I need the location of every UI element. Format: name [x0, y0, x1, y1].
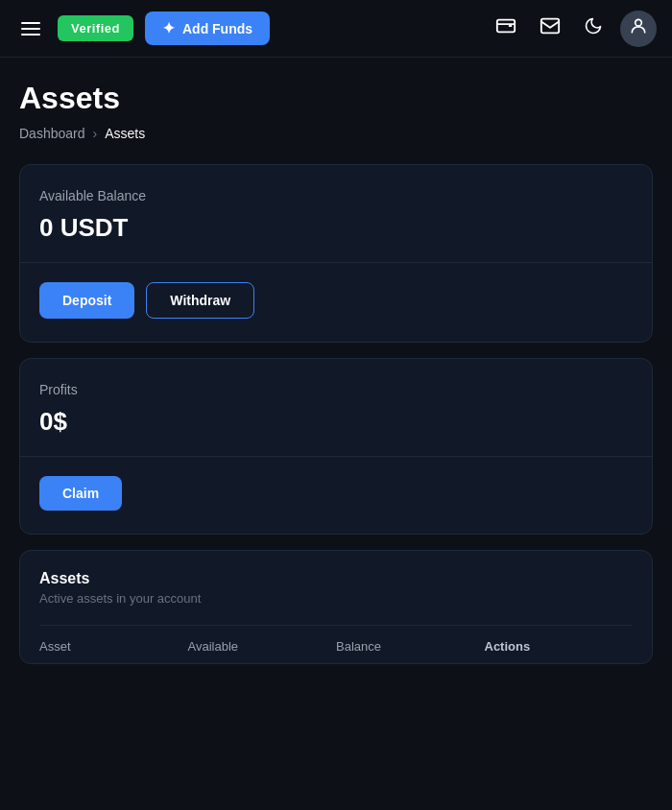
- column-asset: Asset: [39, 639, 188, 654]
- profits-value: 0$: [39, 407, 633, 437]
- balance-label: Available Balance: [39, 188, 633, 203]
- assets-table-subtitle: Active assets in your account: [39, 591, 633, 606]
- assets-table-card: Assets Active assets in your account Ass…: [19, 550, 653, 664]
- add-funds-icon: ✦: [162, 19, 175, 37]
- main-content: Assets Dashboard › Assets Available Bala…: [0, 58, 672, 703]
- page-title: Assets: [19, 81, 653, 116]
- column-available: Available: [188, 639, 337, 654]
- deposit-button[interactable]: Deposit: [39, 282, 134, 319]
- balance-value: 0 USDT: [39, 213, 633, 243]
- moon-icon: [584, 16, 603, 40]
- hamburger-icon: [21, 22, 40, 36]
- mail-icon: [540, 15, 561, 41]
- verified-badge: Verified: [58, 15, 133, 41]
- column-balance: Balance: [336, 639, 485, 654]
- profits-card: Profits 0$ Claim: [19, 358, 653, 535]
- balance-actions: Deposit Withdraw: [39, 282, 633, 319]
- wallet-icon: [495, 15, 516, 41]
- svg-rect-1: [541, 19, 559, 34]
- table-header: Asset Available Balance Actions: [39, 625, 633, 663]
- claim-button[interactable]: Claim: [39, 476, 122, 511]
- balance-divider: [20, 262, 652, 263]
- theme-toggle-button[interactable]: [578, 11, 609, 46]
- menu-button[interactable]: [15, 16, 46, 41]
- balance-card: Available Balance 0 USDT Deposit Withdra…: [19, 164, 653, 343]
- add-funds-button[interactable]: ✦ Add Funds: [145, 12, 270, 45]
- user-avatar-button[interactable]: [620, 11, 657, 47]
- svg-rect-0: [497, 20, 515, 33]
- breadcrumb-separator: ›: [93, 126, 98, 141]
- add-funds-label: Add Funds: [182, 21, 252, 36]
- wallet-button[interactable]: [490, 10, 522, 47]
- profits-divider: [20, 456, 652, 457]
- svg-point-2: [636, 19, 642, 26]
- profits-label: Profits: [39, 382, 633, 397]
- profits-actions: Claim: [39, 476, 633, 511]
- header: Verified ✦ Add Funds: [0, 0, 672, 58]
- assets-table-title: Assets: [39, 570, 633, 587]
- breadcrumb-current: Assets: [105, 126, 145, 141]
- withdraw-button[interactable]: Withdraw: [146, 282, 254, 319]
- column-actions: Actions: [485, 639, 634, 654]
- breadcrumb: Dashboard › Assets: [19, 126, 653, 141]
- mail-button[interactable]: [534, 10, 566, 47]
- user-icon: [629, 16, 648, 40]
- breadcrumb-parent[interactable]: Dashboard: [19, 126, 85, 141]
